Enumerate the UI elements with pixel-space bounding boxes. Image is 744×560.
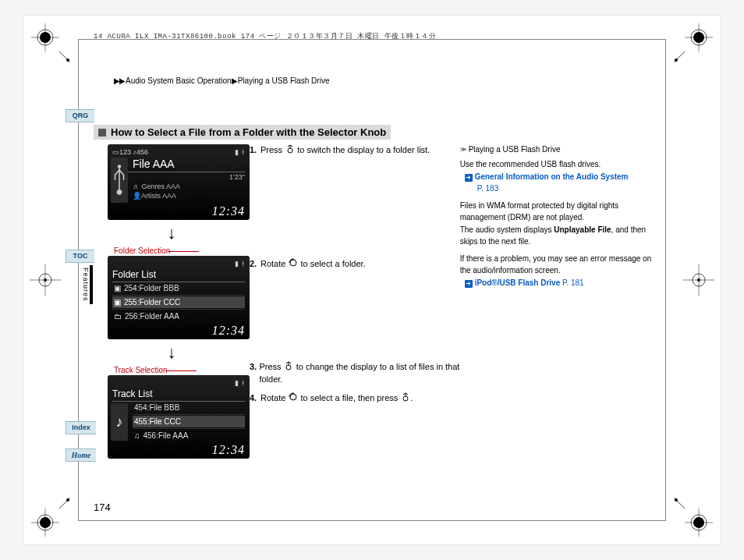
step-text: Rotate — [260, 260, 288, 269]
heading-bullet-icon — [98, 129, 106, 136]
svg-point-37 — [290, 394, 296, 400]
step-text: to select a folder. — [298, 260, 365, 269]
display-screenshot-folder-list: ▮ᚼ Folder List ▣254:Folder BBB ▣255:Fold… — [108, 256, 250, 339]
elapsed-time: 1'23" — [229, 173, 245, 181]
svg-point-17 — [66, 498, 69, 502]
registration-mark-icon — [31, 498, 70, 537]
list-item: ♫456:File AAA — [133, 430, 245, 441]
unplayable-file-text: Unplayable File — [554, 225, 611, 234]
bluetooth-icon: ᚼ — [241, 379, 245, 387]
breadcrumb: ▶▶Audio System Basic Operation▶Playing a… — [114, 76, 329, 85]
document-meta-header: 14 ACURA ILX IMA-31TX86100.book 174 ページ … — [94, 31, 436, 41]
list-item-selected: 455:File CCC — [133, 416, 245, 427]
svg-point-35 — [290, 260, 296, 266]
step-text: Rotate — [260, 393, 288, 402]
svg-point-23 — [675, 498, 678, 502]
artist-row: 👤 Artists AAA — [133, 192, 176, 200]
step-text: Press — [260, 145, 285, 154]
link-general-info-audio[interactable]: General Information on the Audio System — [475, 172, 629, 181]
crosshair-icon — [683, 264, 714, 296]
sidebar-paragraph: If there is a problem, you may see an er… — [460, 253, 655, 276]
step-number: 4. — [250, 392, 260, 405]
signal-icon: ▮ — [235, 379, 239, 387]
step-4: 4. Rotate to select a file, then press . — [250, 392, 460, 405]
crosshair-icon — [30, 264, 61, 296]
page-number: 174 — [94, 502, 111, 513]
svg-point-32 — [118, 165, 121, 168]
manual-page: 14 ACURA ILX IMA-31TX86100.book 174 ページ … — [23, 16, 721, 544]
selector-rotate-icon — [288, 258, 298, 271]
continued-icon: ≫ — [460, 145, 466, 154]
section-edge-label: Features — [66, 265, 93, 304]
link-ipod-usb-flash[interactable]: iPod®/USB Flash Drive — [475, 278, 561, 287]
folder-icon: ▣ — [114, 284, 121, 292]
selector-press-icon — [285, 144, 295, 157]
step-2: 2. Rotate to select a folder. — [250, 258, 460, 271]
registration-mark-icon — [31, 23, 70, 62]
step-text: to select a file, then press — [298, 393, 400, 402]
svg-point-11 — [675, 58, 678, 62]
selector-press-icon — [400, 392, 410, 405]
list-item: 454:File BBB — [133, 402, 245, 413]
heading-title: How to Select a File from a Folder with … — [111, 126, 386, 138]
sidebar-paragraph: The audio system displays Unplayable Fil… — [460, 225, 655, 247]
music-note-icon: ♪ — [111, 403, 128, 441]
breadcrumb-level-1: Audio System Basic Operation — [126, 76, 232, 85]
step-number: 3. — [250, 361, 259, 386]
down-arrow-icon: ↓ — [94, 342, 250, 363]
tab-toc[interactable]: TOC — [66, 250, 94, 263]
music-folder-icon: 🗀 — [114, 312, 122, 321]
tab-index[interactable]: Index — [66, 421, 96, 434]
svg-point-5 — [66, 58, 69, 62]
registration-mark-icon — [674, 498, 713, 537]
breadcrumb-level-2: Playing a USB Flash Drive — [238, 76, 330, 85]
list-item: 🗀256:Folder AAA — [112, 310, 245, 322]
registration-mark-icon — [674, 23, 713, 62]
display-screenshot-track-list: ▮ᚼ Track List ♪ 454:File BBB 455:File CC… — [108, 375, 250, 459]
artist-icon: 👤 — [133, 192, 140, 199]
clock-display: 12:34 — [112, 441, 245, 457]
screen-title: Folder List — [112, 268, 245, 282]
svg-point-38 — [403, 396, 408, 401]
sidebar-paragraph: Use the recommended USB flash drives. — [460, 159, 655, 171]
step-text: to switch the display to a folder list. — [295, 145, 430, 154]
step-text: . — [410, 393, 413, 402]
signal-icon: ▮ — [235, 260, 239, 268]
folder-icon: ▣ — [114, 298, 121, 307]
usb-icon — [111, 158, 128, 203]
step-number: 1. — [250, 144, 260, 157]
step-number: 2. — [250, 258, 260, 271]
bluetooth-icon: ᚼ — [241, 260, 245, 268]
display-screenshot-now-playing: ▭123 ♪456 ▮ᚼ File AAA 1'23" ♬ Genres AAA… — [108, 144, 250, 220]
genre-icon: ♬ — [133, 183, 140, 190]
clock-display: 12:34 — [112, 322, 245, 338]
step-1: 1. Press to switch the display to a fold… — [250, 144, 460, 157]
tab-qrg[interactable]: QRG — [66, 109, 94, 122]
breadcrumb-arrow-icon: ▶ — [232, 76, 237, 85]
file-count: 456 — [136, 148, 148, 156]
list-item: ▣254:Folder BBB — [112, 282, 245, 294]
sidebar-caption: ≫Playing a USB Flash Drive — [460, 144, 655, 156]
link-arrow-icon: ➔ — [465, 280, 473, 288]
list-item-selected: ▣255:Folder CCC — [112, 296, 245, 308]
page-reference: P. 181 — [562, 278, 584, 287]
section-heading: How to Select a File from a Folder with … — [94, 125, 391, 140]
svg-point-27 — [44, 278, 47, 282]
link-arrow-icon: ➔ — [465, 174, 473, 182]
screen-title: Track List — [112, 387, 245, 402]
genre-row: ♬ Genres AAA — [133, 183, 180, 190]
step-text: Press — [259, 362, 283, 371]
current-file-name: File AAA — [112, 156, 245, 172]
sidebar-paragraph: Files in WMA format protected by digital… — [460, 200, 655, 223]
svg-point-36 — [286, 365, 291, 370]
svg-point-31 — [697, 278, 700, 282]
svg-point-34 — [288, 148, 292, 153]
step-3: 3. Press to change the display to a list… — [250, 361, 460, 386]
selector-press-icon — [284, 361, 294, 374]
breadcrumb-arrow-icon: ▶▶ — [114, 76, 125, 85]
selector-rotate-icon — [288, 392, 298, 405]
folder-count: 123 — [119, 148, 131, 156]
page-reference: P. 183 — [465, 184, 499, 193]
callout-track-selection: Track Selection — [114, 366, 250, 374]
tab-home[interactable]: Home — [66, 448, 96, 462]
